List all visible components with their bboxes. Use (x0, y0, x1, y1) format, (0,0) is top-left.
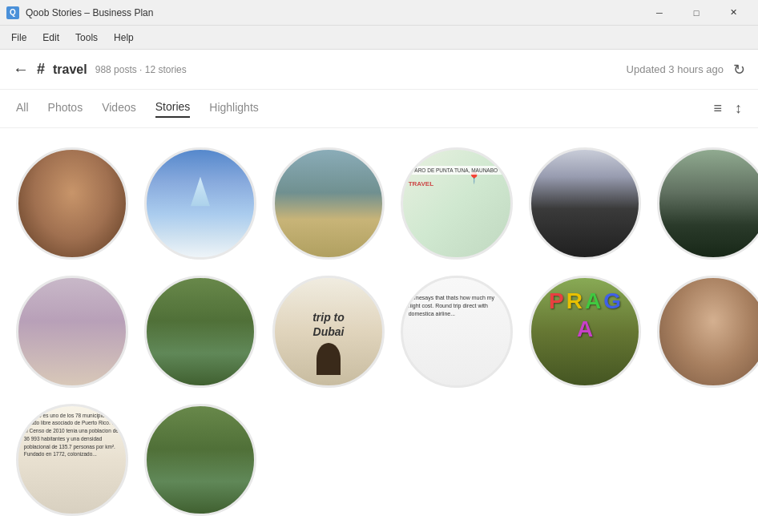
menu-edit[interactable]: Edit (34, 29, 67, 46)
story-circle[interactable] (529, 147, 641, 260)
menu-tools[interactable]: Tools (67, 29, 106, 46)
tabs-left: All Photos Videos Stories Highlights (16, 100, 259, 118)
menu-file[interactable]: File (3, 29, 34, 46)
maximize-button[interactable]: □ (678, 0, 715, 26)
story-circle[interactable]: somesays that thats how much my flight c… (401, 276, 513, 388)
sort-button[interactable]: ↕ (735, 100, 742, 117)
menubar: File Edit Tools Help (0, 26, 758, 50)
window-controls: ─ □ ✕ (641, 0, 752, 26)
app-title: Qoob Stories – Business Plan (26, 7, 641, 18)
tab-highlights[interactable]: Highlights (209, 101, 258, 117)
tabs-right: ≡ ↕ (713, 100, 742, 117)
close-button[interactable]: ✕ (715, 0, 752, 26)
story-circle[interactable] (144, 404, 256, 516)
titlebar: Q Qoob Stories – Business Plan ─ □ ✕ (0, 0, 758, 26)
story-circle[interactable] (657, 276, 758, 388)
story-circle[interactable]: trip toDubai (272, 276, 385, 388)
story-circle[interactable] (16, 276, 128, 388)
stories-grid: 📍FARO DE PUNTA TUNA, MAUNABOTRAVELtrip t… (0, 128, 758, 532)
story-circle[interactable] (16, 147, 128, 260)
minimize-button[interactable]: ─ (641, 0, 678, 26)
back-button[interactable]: ← (13, 60, 29, 79)
story-circle[interactable]: Fajardo es uno de los 78 municipios del … (16, 404, 128, 516)
refresh-button[interactable]: ↻ (733, 61, 745, 79)
filter-button[interactable]: ≡ (713, 100, 722, 117)
tab-videos[interactable]: Videos (102, 101, 136, 117)
nav-left: ← # travel 988 posts · 12 stories (13, 60, 187, 79)
nav-right: Updated 3 hours ago ↻ (627, 61, 745, 79)
channel-name: travel (53, 62, 87, 77)
hashtag-icon: # (37, 61, 45, 78)
menu-help[interactable]: Help (106, 29, 142, 46)
app-icon: Q (6, 6, 19, 19)
story-circle[interactable]: PRAGA (529, 276, 641, 388)
story-circle[interactable] (657, 147, 758, 260)
tab-all[interactable]: All (16, 101, 29, 117)
story-circle[interactable] (144, 276, 256, 388)
channel-meta: 988 posts · 12 stories (95, 64, 187, 75)
story-circle[interactable] (144, 147, 256, 260)
tab-photos[interactable]: Photos (48, 101, 83, 117)
top-navigation: ← # travel 988 posts · 12 stories Update… (0, 50, 758, 90)
filter-tabs: All Photos Videos Stories Highlights ≡ ↕ (0, 90, 758, 128)
updated-text: Updated 3 hours ago (627, 63, 724, 75)
story-circle[interactable] (272, 147, 385, 260)
tab-stories[interactable]: Stories (155, 100, 191, 118)
story-circle[interactable]: 📍FARO DE PUNTA TUNA, MAUNABOTRAVEL (401, 147, 513, 260)
